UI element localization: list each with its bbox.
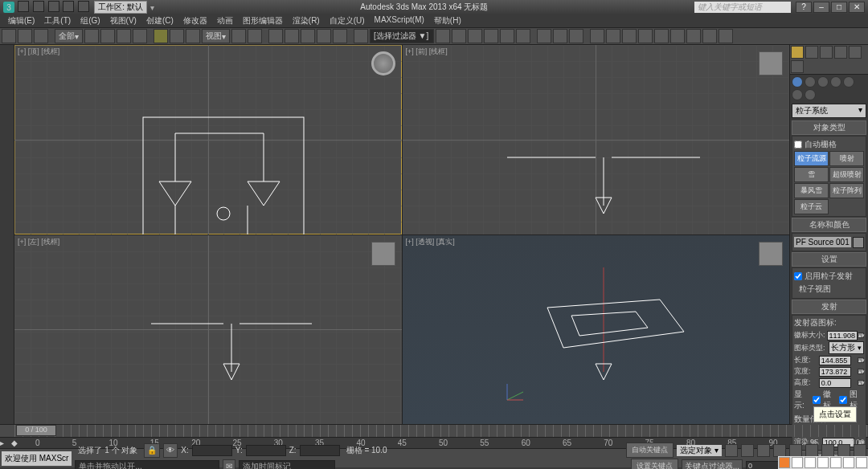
particle-cloud-button[interactable]: 粒子云: [794, 199, 829, 214]
icon-type-dropdown[interactable]: 长方形 ▾: [829, 341, 864, 354]
help-icon[interactable]: ?: [796, 2, 812, 13]
move-button[interactable]: [154, 29, 168, 43]
menu-tools[interactable]: 工具(T): [39, 14, 76, 27]
qat-undo-icon[interactable]: [63, 1, 74, 12]
menu-create[interactable]: 创建(C): [141, 14, 178, 27]
height-spinner[interactable]: ▴▾: [858, 380, 864, 385]
show-icon-checkbox[interactable]: [839, 396, 847, 404]
select-region-button[interactable]: [117, 29, 131, 43]
spinner-snap-button[interactable]: [333, 29, 347, 43]
viewcube-top[interactable]: [371, 51, 395, 75]
rollout-emission[interactable]: 发射: [792, 300, 866, 314]
snap-2d-button[interactable]: [268, 29, 283, 43]
pivot-button[interactable]: [231, 29, 246, 43]
percent-snap-button[interactable]: [317, 29, 331, 43]
undo-button[interactable]: [2, 29, 16, 43]
tb-extra-3[interactable]: [622, 29, 637, 43]
redo-button[interactable]: [18, 29, 32, 43]
named-selection-button[interactable]: [354, 29, 368, 43]
viewport-persp-label[interactable]: [+] [透视] [真实]: [406, 237, 455, 247]
z-coord-input[interactable]: [300, 445, 340, 456]
y-coord-input[interactable]: [246, 445, 286, 456]
super-spray-button[interactable]: 超级喷射: [829, 167, 864, 182]
tb-extra-2[interactable]: [606, 29, 620, 43]
enable-emission-checkbox[interactable]: [794, 272, 802, 280]
viewport-front[interactable]: [+] [前] [线框]: [403, 45, 790, 234]
nav-zoom-button[interactable]: [821, 444, 834, 457]
qat-new-icon[interactable]: [18, 1, 29, 12]
minimize-button[interactable]: –: [813, 2, 829, 13]
auto-key-button[interactable]: 自动关键点: [626, 442, 674, 458]
viewport-left-label[interactable]: [+] [左] [线框]: [18, 237, 59, 247]
workspace-dropdown[interactable]: 工作区: 默认: [94, 1, 147, 14]
color-swatch[interactable]: [853, 237, 864, 248]
tray-icon-2[interactable]: [805, 457, 816, 468]
close-button[interactable]: ✕: [849, 2, 865, 13]
modify-tab[interactable]: [805, 46, 818, 59]
layer-manager-button[interactable]: [468, 29, 482, 43]
width-spinner[interactable]: ▴▾: [858, 369, 864, 374]
helpers-cat-icon[interactable]: [843, 76, 854, 88]
menu-edit[interactable]: 编辑(E): [3, 14, 39, 27]
autogrid-checkbox[interactable]: [794, 141, 802, 149]
tb-extra-9[interactable]: [719, 29, 733, 43]
tb-extra-4[interactable]: [638, 29, 653, 43]
shapes-cat-icon[interactable]: [805, 76, 816, 88]
menu-animation[interactable]: 动画: [212, 14, 238, 27]
nav-pan-button[interactable]: [805, 444, 818, 457]
tray-ime-icon[interactable]: [779, 457, 790, 468]
render-setup-button[interactable]: [537, 29, 551, 43]
viewcube-left[interactable]: [371, 242, 395, 266]
pf-source-button[interactable]: 粒子流源: [794, 151, 829, 166]
maxscript-mini-listener[interactable]: 欢迎使用 MAXScr: [2, 451, 72, 466]
named-selection-dropdown[interactable]: [选择过滤器 ▼]: [370, 29, 434, 43]
cameras-cat-icon[interactable]: [830, 76, 841, 88]
manipulate-button[interactable]: [248, 29, 262, 43]
window-crossing-button[interactable]: [133, 29, 147, 43]
motion-tab[interactable]: [834, 46, 847, 59]
systems-cat-icon[interactable]: [805, 89, 816, 100]
render-production-button[interactable]: [569, 29, 583, 43]
viewport-perspective[interactable]: [+] [透视] [真实]: [403, 235, 790, 425]
utilities-tab[interactable]: [791, 60, 804, 73]
tray-icon-3[interactable]: [817, 457, 829, 468]
tray-icon-6[interactable]: [856, 457, 867, 468]
rendered-frame-button[interactable]: [553, 29, 567, 43]
maximize-button[interactable]: □: [831, 2, 847, 13]
menu-help[interactable]: 帮助(H): [429, 14, 466, 27]
tb-extra-7[interactable]: [686, 29, 701, 43]
spray-button[interactable]: 喷射: [829, 151, 864, 166]
isolate-icon[interactable]: 👁: [163, 443, 178, 458]
particle-array-button[interactable]: 粒子阵列: [829, 183, 864, 198]
track-key-icon[interactable]: ◆: [11, 438, 23, 447]
tb-extra-6[interactable]: [670, 29, 685, 43]
viewcube-front[interactable]: [759, 51, 783, 75]
rollout-name-color[interactable]: 名称和颜色: [792, 218, 866, 232]
menu-graph-editors[interactable]: 图形编辑器: [238, 14, 288, 27]
prev-frame-button[interactable]: [741, 444, 754, 457]
align-button[interactable]: [452, 29, 466, 43]
tb-extra-5[interactable]: [654, 29, 669, 43]
add-time-tag[interactable]: 添加时间标记: [239, 460, 335, 470]
snap-3d-button[interactable]: [285, 29, 299, 43]
menu-customize[interactable]: 自定义(U): [325, 14, 370, 27]
rollout-object-type[interactable]: 对象类型: [792, 120, 866, 135]
tb-extra-1[interactable]: [590, 29, 604, 43]
goto-end-button[interactable]: [789, 444, 802, 457]
help-search-input[interactable]: 键入关键字或短语: [694, 2, 791, 13]
app-logo-icon[interactable]: 3: [3, 2, 14, 13]
show-logo-checkbox[interactable]: [813, 396, 821, 404]
snow-button[interactable]: 雪: [794, 167, 829, 182]
length-input[interactable]: 144.855: [819, 356, 851, 365]
tray-icon-1[interactable]: [792, 457, 803, 468]
goto-start-button[interactable]: [725, 444, 738, 457]
time-slider-thumb[interactable]: 0 / 100: [16, 425, 56, 436]
key-filters-button[interactable]: 关键点过滤器...: [682, 459, 743, 470]
curve-editor-button[interactable]: [484, 29, 498, 43]
length-spinner[interactable]: ▴▾: [858, 357, 864, 363]
set-key-button[interactable]: 设置关键点: [631, 459, 678, 469]
viewport-top[interactable]: [+] [顶] [线框]: [14, 45, 402, 234]
x-coord-input[interactable]: [192, 445, 232, 456]
rotate-button[interactable]: [170, 29, 184, 43]
ref-coord-dropdown[interactable]: 视图 ▾: [202, 29, 230, 43]
